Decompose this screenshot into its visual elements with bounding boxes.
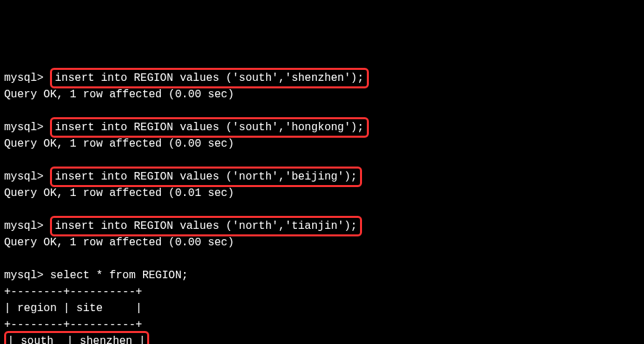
prompt: mysql> xyxy=(4,171,44,183)
prompt: mysql> xyxy=(4,121,44,134)
result-line-2: Query OK, 1 row affected (0.00 sec) xyxy=(4,136,640,152)
result-line-1: Query OK, 1 row affected (0.00 sec) xyxy=(4,86,640,103)
prompt: mysql> xyxy=(4,220,44,232)
highlighted-command-2: insert into REGION values ('south','hong… xyxy=(50,117,368,138)
prompt: mysql> xyxy=(4,269,44,282)
command-line-3: mysql> insert into REGION values ('north… xyxy=(4,169,640,185)
highlighted-table-body: | south | shenzhen || south | hongkong |… xyxy=(4,331,149,344)
command-line-2: mysql> insert into REGION values ('south… xyxy=(4,119,640,136)
highlighted-command-4: insert into REGION values ('north','tian… xyxy=(50,216,362,236)
select-command-line: mysql> select * from REGION; xyxy=(4,267,640,284)
highlighted-command-3: insert into REGION values ('north','beij… xyxy=(50,167,362,187)
command-line-1: mysql> insert into REGION values ('south… xyxy=(4,70,640,86)
table-header: | region | site | xyxy=(4,300,640,317)
prompt: mysql> xyxy=(4,72,44,84)
result-line-3: Query OK, 1 row affected (0.01 sec) xyxy=(4,185,640,201)
table-row: | south | shenzhen | xyxy=(8,333,146,344)
table-border-top: +--------+----------+ xyxy=(4,284,640,300)
blank-line xyxy=(4,251,640,267)
highlighted-command-1: insert into REGION values ('south','shen… xyxy=(50,68,368,88)
command-line-4: mysql> insert into REGION values ('north… xyxy=(4,218,640,234)
result-line-4: Query OK, 1 row affected (0.00 sec) xyxy=(4,234,640,251)
